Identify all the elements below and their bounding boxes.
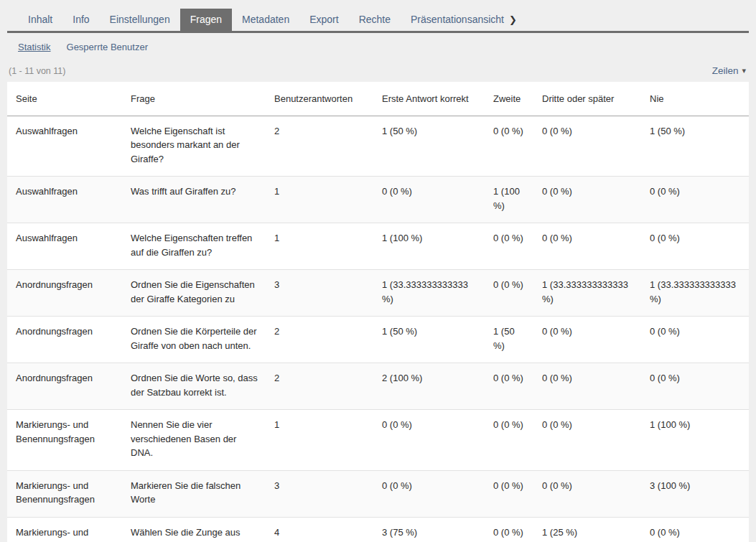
table-cell: 1 (100 %) — [373, 223, 485, 270]
table-cell: 0 (0 %) — [485, 410, 533, 471]
table-cell: 1 (100 %) — [485, 177, 533, 223]
table-cell: 0 (0 %) — [485, 223, 533, 270]
table-cell: Wählen Sie die Zunge aus — [122, 517, 266, 542]
table-cell: Anordnungsfragen — [7, 270, 122, 317]
table-cell: 3 — [266, 470, 373, 517]
table-cell: 2 — [266, 317, 373, 363]
statistics-table-container: SeiteFrageBenutzerantwortenErste Antwort… — [7, 82, 749, 542]
table-cell: 0 (0 %) — [533, 116, 641, 177]
table-row: AnordnungsfragenOrdnen Sie die Worte so,… — [7, 363, 749, 410]
table-cell: Markieren Sie die falschen Worte — [122, 470, 266, 517]
tab-einstellungen[interactable]: Einstellungen — [100, 9, 180, 31]
table-cell: 0 (0 %) — [485, 270, 533, 317]
table-cell: Nennen Sie die vier verschiedenen Basen … — [122, 410, 266, 471]
column-header-dritte-oder-spater: Dritte oder später — [533, 82, 641, 116]
table-cell: Anordnungsfragen — [7, 363, 122, 410]
table-cell: Markierungs- und Benennungsfragen — [7, 517, 122, 542]
column-header-zweite: Zweite — [485, 82, 533, 116]
table-cell: 1 (33.333333333333 %) — [641, 270, 749, 317]
table-cell: Ordnen Sie die Worte so, dass der Satzba… — [122, 363, 266, 410]
table-cell: 0 (0 %) — [641, 223, 749, 270]
tab-export[interactable]: Export — [299, 9, 348, 31]
column-header-erste-antwort-korrekt: Erste Antwort korrekt — [373, 82, 485, 116]
table-cell: 1 (50 %) — [373, 317, 485, 363]
rows-dropdown[interactable]: Zeilen ▾ — [712, 65, 746, 76]
table-cell: 0 (0 %) — [373, 410, 485, 471]
table-cell: 0 (0 %) — [485, 517, 533, 542]
table-cell: 0 (0 %) — [533, 317, 641, 363]
table-cell: 1 — [266, 223, 373, 270]
table-cell: 0 (0 %) — [373, 470, 485, 517]
column-header-benutzerantworten: Benutzerantworten — [266, 82, 373, 116]
table-cell: 1 (50 %) — [641, 116, 749, 177]
column-header-seite: Seite — [7, 82, 122, 116]
table-row: Markierungs- und BenennungsfragenMarkier… — [7, 470, 749, 517]
tab-label: Fragen — [190, 14, 222, 25]
tab-label: Export — [309, 14, 338, 25]
table-cell: Was trifft auf Giraffen zu? — [122, 177, 266, 223]
table-cell: Markierungs- und Benennungsfragen — [7, 410, 122, 471]
table-cell: Anordnungsfragen — [7, 317, 122, 363]
table-cell: 2 — [266, 116, 373, 177]
subtab-statistik[interactable]: Statistik — [18, 42, 51, 52]
table-cell: 1 (50 %) — [485, 317, 533, 363]
table-row: AnordnungsfragenOrdnen Sie die Eigenscha… — [7, 270, 749, 317]
chevron-right-icon: ❯ — [509, 15, 517, 24]
table-cell: 0 (0 %) — [485, 116, 533, 177]
subtab-gesperrte-benutzer[interactable]: Gesperrte Benutzer — [67, 42, 148, 52]
table-row: Markierungs- und BenennungsfragenNennen … — [7, 410, 749, 471]
table-cell: 1 (33.333333333333 %) — [533, 270, 641, 317]
pagination-top: (1 - 11 von 11) — [9, 66, 65, 76]
table-cell: 0 (0 %) — [485, 363, 533, 410]
table-row: Markierungs- und BenennungsfragenWählen … — [7, 517, 749, 542]
table-cell: 3 — [266, 270, 373, 317]
column-header-frage: Frage — [122, 82, 266, 116]
table-row: AuswahlfragenWelche Eigenschaften treffe… — [7, 223, 749, 270]
tab-inhalt[interactable]: Inhalt — [18, 9, 62, 31]
table-row: AuswahlfragenWelche Eigenschaft ist beso… — [7, 116, 749, 177]
tab-fragen[interactable]: Fragen — [180, 9, 232, 31]
tab-prasentationsansicht[interactable]: Präsentationsansicht❯ — [401, 9, 527, 31]
table-cell: Welche Eigenschaft ist besonders markant… — [122, 116, 266, 177]
table-cell: 1 (100 %) — [641, 410, 749, 471]
column-header-nie: Nie — [641, 82, 749, 116]
table-cell: 0 (0 %) — [373, 177, 485, 223]
caret-down-icon: ▾ — [742, 67, 746, 75]
table-cell: 2 — [266, 363, 373, 410]
table-cell: Auswahlfragen — [7, 116, 122, 177]
table-row: AnordnungsfragenOrdnen Sie die Körpertei… — [7, 317, 749, 363]
table-cell: 1 — [266, 177, 373, 223]
table-toolbar: (1 - 11 von 11) Zeilen ▾ — [0, 55, 756, 80]
table-header-row: SeiteFrageBenutzerantwortenErste Antwort… — [7, 82, 749, 116]
table-cell: Auswahlfragen — [7, 177, 122, 223]
table-cell: Welche Eigenschaften treffen auf die Gir… — [122, 223, 266, 270]
tab-label: Rechte — [359, 14, 391, 25]
tab-bar: InhaltInfoEinstellungenFragenMetadatenEx… — [7, 0, 749, 33]
tab-metadaten[interactable]: Metadaten — [232, 9, 299, 31]
table-cell: 1 — [266, 410, 373, 471]
table-row: AuswahlfragenWas trifft auf Giraffen zu?… — [7, 177, 749, 223]
tab-info[interactable]: Info — [62, 9, 99, 31]
table-cell: Markierungs- und Benennungsfragen — [7, 470, 122, 517]
table-cell: Ordnen Sie die Eigenschaften der Giraffe… — [122, 270, 266, 317]
tab-label: Info — [73, 14, 89, 25]
table-body: AuswahlfragenWelche Eigenschaft ist beso… — [7, 116, 749, 542]
table-cell: Auswahlfragen — [7, 223, 122, 270]
table-cell: 1 (33.333333333333 %) — [373, 270, 485, 317]
tab-label: Präsentationsansicht — [411, 14, 504, 25]
table-cell: 1 (25 %) — [533, 517, 641, 542]
table-cell: 0 (0 %) — [533, 363, 641, 410]
table-cell: 4 — [266, 517, 373, 542]
statistics-table: SeiteFrageBenutzerantwortenErste Antwort… — [7, 82, 749, 542]
tab-label: Einstellungen — [110, 14, 170, 25]
table-cell: 0 (0 %) — [485, 470, 533, 517]
tab-rechte[interactable]: Rechte — [349, 9, 401, 31]
table-cell: 0 (0 %) — [533, 177, 641, 223]
table-cell: 0 (0 %) — [641, 317, 749, 363]
rows-dropdown-label: Zeilen — [712, 65, 739, 76]
tab-label: Metadaten — [242, 14, 289, 25]
table-cell: 1 (50 %) — [373, 116, 485, 177]
tab-label: Inhalt — [28, 14, 52, 25]
table-cell: 3 (100 %) — [641, 470, 749, 517]
table-cell: 0 (0 %) — [641, 363, 749, 410]
